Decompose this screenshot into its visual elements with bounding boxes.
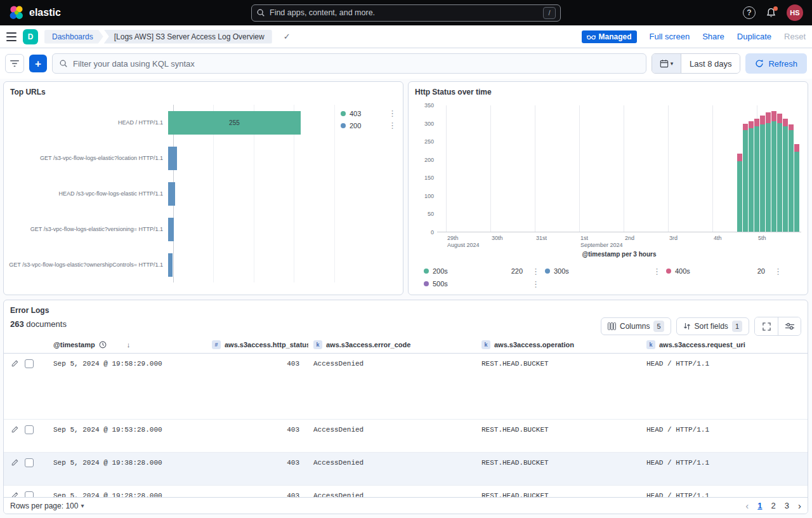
space-avatar[interactable]: D — [23, 29, 38, 44]
field-type-badge: k — [646, 340, 655, 349]
legend-menu-icon[interactable]: ⋮ — [388, 109, 396, 117]
kql-search-field[interactable] — [52, 53, 646, 74]
column-header-http_status[interactable]: #aws.s3access.http_status — [207, 336, 308, 353]
table-row[interactable]: Sep 5, 2024 @ 19:38:28.000403AccessDenie… — [4, 453, 808, 486]
page-button-1[interactable]: 1 — [757, 501, 762, 510]
breadcrumb-current-dashboard[interactable]: [Logs AWS] S3 Server Access Log Overview — [104, 30, 272, 44]
elastic-logo[interactable]: elastic — [9, 5, 61, 20]
row-controls — [4, 486, 48, 497]
segment-200s — [749, 128, 754, 232]
managed-badge[interactable]: Managed — [582, 30, 637, 43]
y-tick-label: 100 — [410, 193, 434, 199]
expand-row-icon[interactable] — [11, 425, 19, 433]
row-checkbox[interactable] — [25, 359, 34, 368]
cell-timestamp: Sep 5, 2024 @ 19:28:28.000 — [48, 486, 207, 497]
row-checkbox[interactable] — [25, 491, 34, 497]
x-tick-label: 30th — [492, 235, 503, 242]
stacked-bar[interactable] — [743, 124, 748, 232]
global-search-input[interactable] — [270, 8, 539, 17]
cell-error-code: AccessDenied — [308, 486, 476, 497]
menu-icon[interactable] — [6, 32, 16, 41]
legend-menu-icon[interactable]: ⋮ — [774, 267, 782, 276]
rows-per-page-button[interactable]: Rows per page: 100 ▾ — [10, 501, 84, 510]
stacked-bar[interactable] — [754, 119, 759, 232]
global-search[interactable]: / — [251, 4, 561, 22]
columns-button[interactable]: Columns 5 — [601, 317, 671, 335]
help-icon[interactable]: ? — [743, 6, 756, 19]
column-header-operation[interactable]: kaws.s3access.operation — [476, 336, 641, 353]
legend-item-400s[interactable]: 400s 20 ⋮ — [666, 265, 787, 277]
managed-label: Managed — [599, 32, 632, 41]
cell-http-status: 403 — [207, 486, 308, 497]
stacked-bar[interactable] — [771, 111, 776, 232]
fullscreen-grid-button[interactable] — [755, 317, 778, 335]
legend-menu-icon[interactable]: ⋮ — [532, 280, 540, 288]
bar[interactable] — [168, 182, 175, 206]
page-button-3[interactable]: 3 — [785, 501, 789, 510]
cell-error-code: AccessDenied — [308, 453, 476, 485]
notifications-bell-icon[interactable] — [766, 8, 776, 18]
display-options-button[interactable] — [778, 317, 801, 335]
gridline — [579, 105, 580, 232]
stacked-bar[interactable] — [766, 112, 771, 232]
legend-item-300s[interactable]: 300s ⋮ — [545, 265, 666, 277]
bar-track — [168, 211, 403, 247]
bar[interactable]: 255 — [168, 111, 301, 135]
x-tick-label: 2nd — [625, 235, 634, 242]
table-row[interactable]: Sep 5, 2024 @ 19:58:29.000403AccessDenie… — [4, 354, 808, 420]
table-row[interactable]: Sep 5, 2024 @ 19:28:28.000403AccessDenie… — [4, 486, 808, 497]
stacked-bar[interactable] — [777, 114, 782, 232]
legend-menu-icon[interactable]: ⋮ — [388, 121, 396, 130]
calendar-button[interactable]: ▾ — [652, 54, 681, 73]
time-range-button[interactable]: Last 8 days — [681, 54, 740, 73]
bar[interactable] — [168, 253, 173, 277]
add-filter-button[interactable]: + — [29, 55, 47, 72]
legend-item-200s[interactable]: 200s 220 ⋮ — [424, 265, 545, 277]
legend-item-403[interactable]: 403 ⋮ — [341, 107, 396, 119]
bar[interactable] — [168, 218, 174, 241]
http-status-panel[interactable]: Http Status over time @timestamp per 3 h… — [408, 81, 808, 295]
next-page-button[interactable]: › — [798, 500, 801, 511]
legend-item-200[interactable]: 200 ⋮ — [341, 119, 396, 131]
refresh-button[interactable]: Refresh — [745, 53, 807, 74]
column-header-timestamp[interactable]: @timestamp↓ — [48, 336, 207, 353]
stacked-bar[interactable] — [783, 119, 788, 232]
row-checkbox[interactable] — [25, 425, 34, 434]
stacked-bar[interactable] — [760, 116, 765, 232]
legend-item-500s[interactable]: 500s ⋮ — [424, 277, 545, 290]
share-button[interactable]: Share — [702, 32, 724, 41]
stacked-bar[interactable] — [789, 124, 794, 232]
breadcrumb-dashboards[interactable]: Dashboards — [44, 30, 103, 44]
kql-input[interactable] — [73, 59, 639, 69]
bar[interactable] — [168, 147, 177, 170]
table-row[interactable]: Sep 5, 2024 @ 19:53:28.000403AccessDenie… — [4, 420, 808, 453]
stacked-bar[interactable] — [749, 121, 754, 232]
duplicate-button[interactable]: Duplicate — [737, 32, 771, 41]
refresh-icon — [755, 59, 764, 68]
gridline — [624, 105, 624, 232]
expand-row-icon[interactable] — [11, 491, 19, 497]
previous-page-button[interactable]: ‹ — [745, 500, 749, 511]
column-header-request_uri[interactable]: kaws.s3access.request_uri — [641, 336, 808, 353]
segment-200s — [737, 161, 742, 232]
page-button-2[interactable]: 2 — [771, 501, 776, 510]
stacked-bar[interactable] — [794, 144, 799, 232]
expand-row-icon[interactable] — [11, 458, 19, 466]
legend-menu-icon[interactable]: ⋮ — [532, 267, 540, 276]
y-tick-label: 150 — [410, 175, 434, 181]
column-header-error_code[interactable]: kaws.s3access.error_code — [308, 336, 476, 353]
sort-fields-button[interactable]: Sort fields 1 — [676, 317, 749, 335]
row-checkbox[interactable] — [25, 458, 34, 467]
legend-swatch — [424, 281, 429, 286]
top-urls-panel[interactable]: Top URLs HEAD / HTTP/1.1255GET /s3-vpc-f… — [3, 81, 403, 295]
full-screen-button[interactable]: Full screen — [650, 32, 690, 41]
error-logs-panel[interactable]: Error Logs 263 documents Columns 5 Sort … — [3, 300, 808, 514]
filter-menu-button[interactable] — [5, 54, 24, 73]
avatar[interactable]: HS — [787, 4, 803, 21]
stacked-bar[interactable] — [737, 154, 742, 232]
expand-row-icon[interactable] — [11, 359, 19, 367]
legend-menu-icon[interactable]: ⋮ — [653, 267, 661, 276]
segment-200s — [783, 126, 788, 232]
reset-button[interactable]: Reset — [784, 32, 806, 41]
segment-200s — [760, 124, 765, 232]
